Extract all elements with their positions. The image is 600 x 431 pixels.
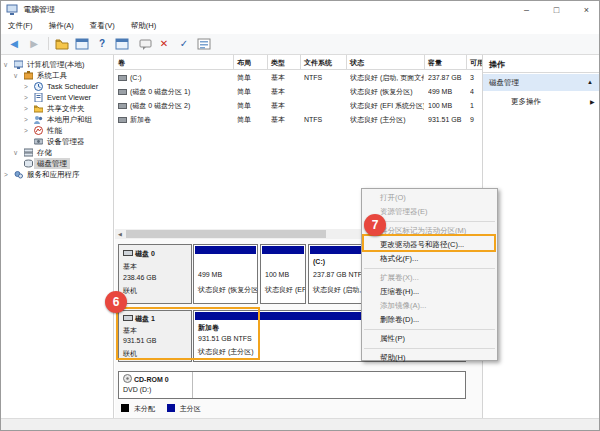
volume-status: 状态良好 (启动, 页面文件, 故障转储, 主分区) — [350, 71, 424, 85]
cdrom-row[interactable]: CD-ROM 0 DVD (D:) — [118, 371, 466, 399]
volume-fs: NTFS — [304, 71, 346, 85]
menu-file[interactable]: 文件(F) — [1, 19, 40, 31]
partition-size: 499 MB — [198, 271, 222, 278]
menu-item-format[interactable]: 格式化(F)... — [362, 252, 497, 266]
column-header-capacity[interactable]: 容量 — [425, 55, 467, 70]
menu-item-add-mirror[interactable]: 添加镜像(A)... — [362, 299, 497, 313]
help-icon[interactable]: ? — [94, 36, 110, 52]
device-manager-icon — [34, 137, 43, 146]
more-actions-label: 更多操作 — [511, 97, 541, 106]
tree-item-label[interactable]: 计算机管理(本地) — [27, 59, 85, 70]
disk0-partition-recovery[interactable]: 499 MB 状态良好 (恢复分区) — [193, 244, 258, 304]
volume-name: 新加卷 — [130, 116, 151, 123]
annotation-box-menu-item — [362, 234, 496, 252]
close-button[interactable]: × — [572, 1, 600, 19]
expanded-arrow-icon[interactable]: v — [14, 147, 17, 158]
back-icon[interactable]: ◀ — [6, 36, 22, 52]
tree-item-label[interactable]: 存储 — [37, 147, 52, 158]
menu-item-properties[interactable]: 属性(P) — [362, 332, 497, 346]
action-pane-icon[interactable] — [138, 36, 154, 52]
expanded-arrow-icon[interactable]: v — [14, 70, 17, 81]
legend: 未分配 主分区 — [121, 404, 201, 414]
volume-name: (磁盘 0 磁盘分区 2) — [130, 102, 190, 109]
tree-item-label[interactable]: 本地用户和组 — [47, 114, 92, 125]
status-bar — [1, 418, 599, 431]
users-icon — [34, 115, 43, 124]
disk-icon — [123, 250, 133, 256]
tree-item-label[interactable]: 服务和应用程序 — [27, 169, 80, 180]
unallocated-color-swatch — [121, 404, 129, 412]
menu-item-open[interactable]: 打开(O) — [362, 191, 497, 205]
collapse-icon[interactable]: ▲ — [587, 74, 593, 91]
volume-type: 基本 — [271, 85, 301, 99]
collapsed-arrow-icon[interactable]: > — [4, 169, 8, 180]
tree-item-label[interactable]: 设备管理器 — [47, 136, 85, 147]
forward-icon[interactable]: ▶ — [26, 36, 42, 52]
tree-item-label-selected[interactable]: 磁盘管理 — [34, 158, 70, 169]
partition-status: 状态良好 (EFI 系统分区) — [265, 285, 306, 295]
menu-item-help[interactable]: 帮助(H) — [362, 351, 497, 365]
primary-partition-color-swatch — [167, 404, 175, 412]
tree-item-label[interactable]: 系统工具 — [37, 70, 67, 81]
disk-name: 磁盘 0 — [135, 250, 155, 257]
column-header-free-space[interactable]: 可用空间 — [467, 55, 482, 70]
volume-capacity: 237.87 GB — [428, 71, 467, 85]
tree-item-label[interactable]: Event Viewer — [47, 92, 91, 103]
volume-free: 1 — [470, 99, 482, 113]
tree-item-label[interactable]: Task Scheduler — [47, 81, 98, 92]
minimize-button[interactable]: – — [512, 1, 541, 19]
volume-icon — [118, 89, 127, 95]
check-icon[interactable]: ✓ — [176, 36, 192, 52]
column-header-status[interactable]: 状态 — [347, 55, 425, 70]
menu-item-shrink-volume[interactable]: 压缩卷(H)... — [362, 285, 497, 299]
maximize-button[interactable]: □ — [542, 1, 571, 19]
open-folder-icon[interactable] — [54, 36, 70, 52]
context-menu: 打开(O) 资源管理器(E) 将分区标记为活动分区(M) 更改驱动器号和路径(C… — [361, 188, 498, 361]
collapsed-arrow-icon[interactable]: > — [24, 92, 28, 103]
volume-status: 状态良好 (EFI 系统分区) — [350, 99, 424, 113]
console-window-icon[interactable] — [74, 36, 90, 52]
scrollbar-thumb[interactable] — [126, 230, 326, 238]
menu-item-extend-volume[interactable]: 扩展卷(X)... — [362, 271, 497, 285]
legend-unallocated-label: 未分配 — [134, 405, 155, 412]
volume-name: (磁盘 0 磁盘分区 1) — [130, 88, 190, 95]
collapsed-arrow-icon[interactable]: > — [24, 103, 28, 114]
menu-view[interactable]: 查看(V) — [83, 19, 122, 31]
delete-icon[interactable]: ✕ — [156, 36, 172, 52]
menu-action[interactable]: 操作(A) — [42, 19, 81, 31]
partition-size: 100 MB — [265, 271, 289, 278]
tree-item-label[interactable]: 性能 — [47, 125, 62, 136]
column-header-filesystem[interactable]: 文件系统 — [301, 55, 347, 70]
column-header-type[interactable]: 类型 — [268, 55, 301, 70]
primary-partition-band — [262, 246, 304, 254]
column-header-volume[interactable]: 卷 — [115, 55, 234, 70]
column-header-layout[interactable]: 布局 — [234, 55, 268, 70]
partition-size: 237.87 GB NTFS — [313, 271, 367, 278]
volume-free: 3 — [470, 71, 482, 85]
properties-icon[interactable] — [196, 36, 212, 52]
expand-icon[interactable]: ▶ — [590, 94, 595, 110]
partition-name: (C:) — [313, 258, 325, 265]
cdrom-name: CD-ROM 0 — [134, 376, 169, 383]
menu-item-delete-volume[interactable]: 删除卷(D)... — [362, 313, 497, 327]
collapsed-arrow-icon[interactable]: > — [24, 125, 28, 136]
disk0-partition-efi[interactable]: 100 MB 状态良好 (EFI 系统分区) — [260, 244, 306, 304]
menu-bar: 文件(F) 操作(A) 查看(V) 帮助(H) — [1, 19, 599, 34]
tree-item-label[interactable]: 共享文件夹 — [47, 103, 85, 114]
volume-fs — [304, 85, 346, 99]
disk0-label-panel[interactable]: 磁盘 0 基本 238.46 GB 联机 — [118, 244, 192, 304]
actions-panel: 操作 磁盘管理 ▲ 更多操作 ▶ — [482, 55, 600, 418]
collapsed-arrow-icon[interactable]: > — [24, 81, 28, 92]
volume-icon — [118, 75, 127, 81]
volume-layout: 简单 — [237, 71, 267, 85]
actions-group-disk-management[interactable]: 磁盘管理 ▲ — [483, 74, 600, 91]
more-actions-item[interactable]: 更多操作 ▶ — [483, 94, 600, 110]
console-window-icon[interactable] — [114, 36, 130, 52]
cdrom-drive-letter: DVD (D:) — [123, 386, 151, 393]
scroll-left-icon[interactable]: ◀ — [115, 229, 125, 239]
annotation-box-disk1 — [116, 307, 260, 360]
menu-help[interactable]: 帮助(H) — [124, 19, 163, 31]
expanded-arrow-icon[interactable]: v — [4, 59, 7, 70]
title-bar: 電腦管理 – □ × — [1, 1, 599, 19]
collapsed-arrow-icon[interactable]: > — [24, 114, 28, 125]
